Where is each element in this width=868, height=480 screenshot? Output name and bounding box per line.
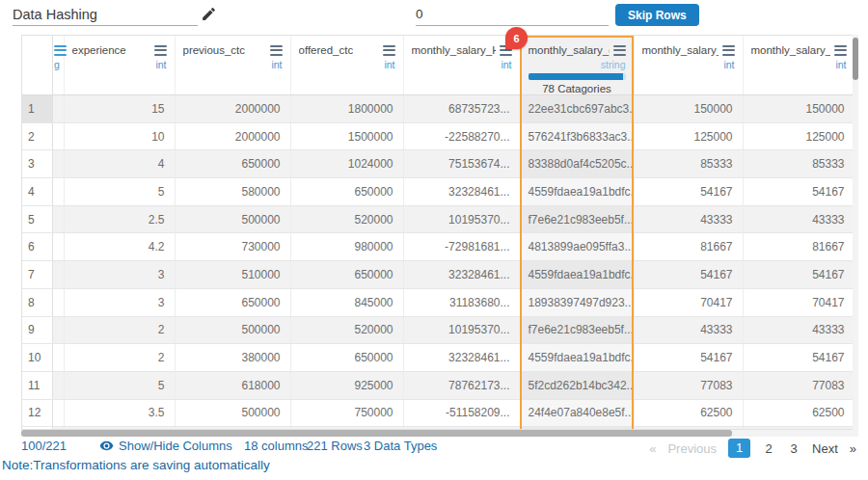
row-number: 9 xyxy=(22,316,52,344)
table-row: 21020000001500000-22588270...576241f3b68… xyxy=(22,122,854,150)
table-cell: 43333 xyxy=(743,205,854,233)
column-menu-icon[interactable] xyxy=(834,42,847,58)
row-number: 12 xyxy=(22,399,52,427)
column-header-monthly-salary-Ha[interactable]: monthly_salary_Ha...int xyxy=(403,36,520,95)
table-cell: f7e6e21c983eeb5f... xyxy=(520,205,634,233)
data-grid: gexperienceintprevious_ctcintoffered_ctc… xyxy=(21,35,858,430)
table-cell xyxy=(52,205,64,233)
column-header-partial[interactable]: g xyxy=(52,36,64,95)
table-cell: 3 xyxy=(64,261,175,289)
skip-rows-button[interactable]: Skip Rows xyxy=(615,4,699,26)
table-cell: 4559fdaea19a1bdfc... xyxy=(520,178,634,206)
column-menu-icon[interactable] xyxy=(54,42,67,58)
table-cell: -51158209... xyxy=(403,399,520,427)
column-menu-icon[interactable] xyxy=(383,42,395,58)
table-cell: f7e6e21c983eeb5f... xyxy=(520,316,634,344)
table-cell: 10195370... xyxy=(403,316,520,344)
row-number: 7 xyxy=(22,261,52,289)
table-cell: 32328461... xyxy=(403,344,520,372)
table-cell: -22588270... xyxy=(403,122,520,150)
table-cell: 500000 xyxy=(175,316,290,344)
next-button[interactable]: Next xyxy=(812,441,838,456)
row-number-header xyxy=(22,36,52,95)
table-cell xyxy=(52,261,64,289)
table-cell: 750000 xyxy=(290,399,403,427)
vertical-scrollbar[interactable] xyxy=(853,35,858,430)
categories-bar xyxy=(529,73,626,80)
table-cell: 520000 xyxy=(290,316,403,344)
data-types-stat: 3 Data Types xyxy=(364,439,437,453)
table-cell: 24f4e07a840e8e5f... xyxy=(520,399,634,427)
table-cell: 5f2cd262b14bc342... xyxy=(520,371,634,399)
table-cell: 18938397497d923... xyxy=(520,288,634,316)
column-header-offered-ctc[interactable]: offered_ctcint xyxy=(290,36,403,95)
column-header-experience[interactable]: experienceint xyxy=(64,36,175,95)
column-menu-icon[interactable] xyxy=(154,42,167,58)
table-cell: 150000 xyxy=(634,95,743,123)
table-cell: 1024000 xyxy=(290,150,403,178)
table-cell: 54167 xyxy=(634,261,743,289)
column-menu-icon[interactable] xyxy=(613,42,626,58)
table-cell: 31183680... xyxy=(403,288,520,316)
row-number: 8 xyxy=(22,288,52,316)
table-cell: 500000 xyxy=(175,399,290,427)
column-name: experience xyxy=(72,44,126,56)
column-type-label: int xyxy=(744,58,854,70)
table-cell: 650000 xyxy=(290,178,403,206)
column-header-previous-ctc[interactable]: previous_ctcint xyxy=(175,36,290,95)
categories-count-label: 78 Catagories xyxy=(521,83,634,94)
table-cell: 81667 xyxy=(634,233,743,261)
table-cell: 125000 xyxy=(743,122,854,150)
table-cell xyxy=(52,344,64,372)
column-menu-icon[interactable] xyxy=(270,42,283,58)
table-row: 8365000084500031183680...18938397497d923… xyxy=(22,288,854,316)
page-button-2[interactable]: 2 xyxy=(762,441,775,456)
table-cell: 83388d0af4c5205c... xyxy=(520,150,634,178)
previous-arrow[interactable]: « xyxy=(649,441,656,456)
horizontal-scrollbar[interactable] xyxy=(21,430,858,437)
column-type-label: int xyxy=(176,58,290,70)
table-row: 4558000065000032328461...4559fdaea19a1bd… xyxy=(22,178,854,206)
table-cell: 43333 xyxy=(634,316,743,344)
row-number: 6 xyxy=(22,233,52,261)
page-button-3[interactable]: 3 xyxy=(787,441,800,456)
edit-pencil-icon[interactable] xyxy=(201,6,217,22)
autosave-note: Note:Transformations are saving automati… xyxy=(2,458,270,472)
next-arrow[interactable]: » xyxy=(850,441,856,456)
table-cell: 70417 xyxy=(634,288,743,316)
horizontal-scrollbar-thumb[interactable] xyxy=(21,430,732,437)
skip-rows-input[interactable] xyxy=(416,3,609,26)
column-transform-count-badge: 6 xyxy=(505,27,528,49)
column-name: offered_ctc xyxy=(299,44,354,56)
status-bar: 100/221 Show/Hide Columns 18 columns 221… xyxy=(0,439,868,458)
page-button-1[interactable]: 1 xyxy=(728,439,750,458)
column-header-monthly-salary-du[interactable]: monthly_salary_du...string78 Catagories xyxy=(520,36,634,95)
column-name: previous_ctc xyxy=(183,44,246,56)
table-cell: 5 xyxy=(64,371,175,399)
table-cell: 54167 xyxy=(743,178,854,206)
table-cell: 32328461... xyxy=(403,261,520,289)
show-hide-columns-button[interactable]: Show/Hide Columns xyxy=(99,439,232,453)
table-cell: 576241f3b6833ac3... xyxy=(520,122,634,150)
table-cell: 150000 xyxy=(743,95,854,123)
table-cell: 580000 xyxy=(175,178,290,206)
table-row: 64.2730000980000-72981681...4813899ae095… xyxy=(22,233,854,261)
table-cell: -72981681... xyxy=(403,233,520,261)
previous-button[interactable]: Previous xyxy=(667,441,717,456)
eye-icon xyxy=(99,439,114,453)
pagination: « Previous 123 Next » xyxy=(649,439,856,458)
column-header-monthly-salary-du[interactable]: monthly_salary_du...int xyxy=(634,36,743,95)
dataset-name-input[interactable] xyxy=(13,3,198,26)
table-cell: 980000 xyxy=(290,233,403,261)
table-cell: 54167 xyxy=(743,261,854,289)
column-header-monthly-salary-du[interactable]: monthly_salary_du...int xyxy=(743,36,854,95)
table-cell xyxy=(52,178,64,206)
table-cell: 10 xyxy=(64,122,175,150)
table-cell: 85333 xyxy=(634,150,743,178)
table-cell: 85333 xyxy=(743,150,854,178)
table-cell: 125000 xyxy=(634,122,743,150)
column-name: monthly_salary_du... xyxy=(751,44,830,56)
table-row: 52.550000052000010195370...f7e6e21c983ee… xyxy=(22,205,854,233)
vertical-scrollbar-thumb[interactable] xyxy=(853,38,858,80)
column-menu-icon[interactable] xyxy=(722,42,735,58)
